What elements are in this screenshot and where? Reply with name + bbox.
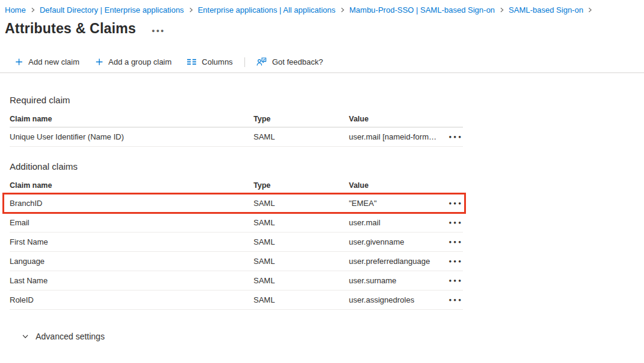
page-more-options-icon[interactable]: ●●● (151, 28, 165, 34)
claim-name-cell[interactable]: First Name (10, 237, 253, 246)
breadcrumb-home[interactable]: Home (5, 5, 26, 14)
required-claim-title: Required claim (10, 95, 644, 105)
row-more-options-icon[interactable]: ●●● (447, 218, 464, 228)
command-bar: Add new claim Add a group claim Columns … (0, 51, 644, 73)
required-claim-table: Claim name Type Value Unique User Identi… (10, 111, 463, 147)
feedback-icon (257, 57, 267, 66)
got-feedback-label: Got feedback? (272, 57, 324, 66)
table-header-row: Claim name Type Value (10, 178, 463, 194)
additional-claims-section: Additional claims Claim name Type Value … (10, 161, 644, 310)
claim-name-cell[interactable]: Email (10, 218, 253, 227)
row-more-options-icon[interactable]: ●●● (447, 237, 464, 247)
chevron-right-icon (499, 7, 505, 13)
claim-name-cell[interactable]: Last Name (10, 276, 253, 285)
got-feedback-button[interactable]: Got feedback? (251, 55, 329, 69)
table-row-branchid[interactable]: BranchID SAML "EMEA" ●●● (10, 194, 463, 213)
required-claim-section: Required claim Claim name Type Value Uni… (10, 95, 644, 147)
table-row[interactable]: Unique User Identifier (Name ID) SAML us… (10, 127, 463, 147)
row-more-options-icon[interactable]: ●●● (447, 257, 464, 266)
claim-name-cell[interactable]: BranchID (10, 199, 253, 208)
header-type: Type (253, 181, 349, 190)
chevron-right-icon (188, 7, 194, 13)
columns-icon (187, 58, 196, 66)
plus-icon (95, 58, 103, 66)
columns-label: Columns (202, 57, 232, 66)
add-new-claim-button[interactable]: Add new claim (10, 55, 85, 69)
additional-claims-title: Additional claims (10, 161, 644, 172)
advanced-settings-label: Advanced settings (36, 332, 104, 341)
claim-type-cell: SAML (253, 257, 349, 266)
table-header-row: Claim name Type Value (10, 111, 463, 127)
header-type: Type (253, 115, 349, 123)
row-more-options-icon[interactable]: ●●● (447, 199, 464, 208)
claim-type-cell: SAML (253, 132, 349, 141)
chevron-right-icon (587, 7, 593, 13)
chevron-down-icon (22, 333, 29, 340)
add-group-claim-label: Add a group claim (109, 57, 172, 66)
breadcrumb-saml-signon[interactable]: SAML-based Sign-on (509, 5, 584, 14)
table-row-last-name[interactable]: Last Name SAML user.surname ●●● (10, 271, 463, 291)
chevron-right-icon (30, 7, 36, 13)
claim-type-cell: SAML (253, 295, 349, 304)
claim-value-cell: user.surname (349, 276, 439, 285)
add-group-claim-button[interactable]: Add a group claim (90, 55, 177, 69)
header-claim-name: Claim name (10, 115, 253, 123)
header-value: Value (349, 181, 439, 190)
claim-type-cell: SAML (253, 276, 349, 285)
claim-name-cell[interactable]: Unique User Identifier (Name ID) (10, 132, 253, 141)
claim-value-cell: user.preferredlanguage (349, 257, 439, 266)
breadcrumb-all-applications[interactable]: Enterprise applications | All applicatio… (198, 5, 336, 14)
table-row-language[interactable]: Language SAML user.preferredlanguage ●●● (10, 252, 463, 271)
columns-button[interactable]: Columns (182, 55, 238, 69)
breadcrumb: Home Default Directory | Enterprise appl… (0, 0, 644, 14)
toolbar-divider (244, 57, 245, 67)
chevron-right-icon (340, 7, 345, 13)
row-more-options-icon[interactable]: ●●● (447, 276, 464, 286)
claim-value-cell: "EMEA" (349, 199, 439, 208)
breadcrumb-app-saml-signon[interactable]: Mambu-Prod-SSO | SAML-based Sign-on (349, 5, 495, 14)
add-new-claim-label: Add new claim (28, 57, 80, 66)
claim-value-cell: user.givenname (349, 237, 439, 246)
plus-icon (15, 58, 23, 66)
row-more-options-icon[interactable]: ●●● (447, 132, 464, 142)
additional-claims-table: Claim name Type Value BranchID SAML "EME… (10, 178, 463, 310)
header-claim-name: Claim name (10, 181, 253, 190)
claim-type-cell: SAML (253, 237, 349, 246)
header-value: Value (349, 115, 439, 123)
claim-type-cell: SAML (253, 218, 349, 227)
claim-value-cell: user.assignedroles (349, 295, 439, 304)
row-more-options-icon[interactable]: ●●● (447, 295, 464, 305)
breadcrumb-directory-enterprise-apps[interactable]: Default Directory | Enterprise applicati… (40, 5, 184, 14)
claim-value-cell: user.mail (349, 218, 439, 227)
table-row-first-name[interactable]: First Name SAML user.givenname ●●● (10, 233, 463, 252)
advanced-settings-toggle[interactable]: Advanced settings (22, 332, 104, 341)
table-row-email[interactable]: Email SAML user.mail ●●● (10, 213, 463, 233)
claim-value-cell: user.mail [nameid-forma... (349, 132, 439, 141)
claim-name-cell[interactable]: RoleID (10, 295, 253, 304)
table-row-roleid[interactable]: RoleID SAML user.assignedroles ●●● (10, 291, 463, 310)
claim-type-cell: SAML (253, 199, 349, 208)
claim-name-cell[interactable]: Language (10, 257, 253, 266)
page-title: Attributes & Claims (5, 21, 136, 37)
